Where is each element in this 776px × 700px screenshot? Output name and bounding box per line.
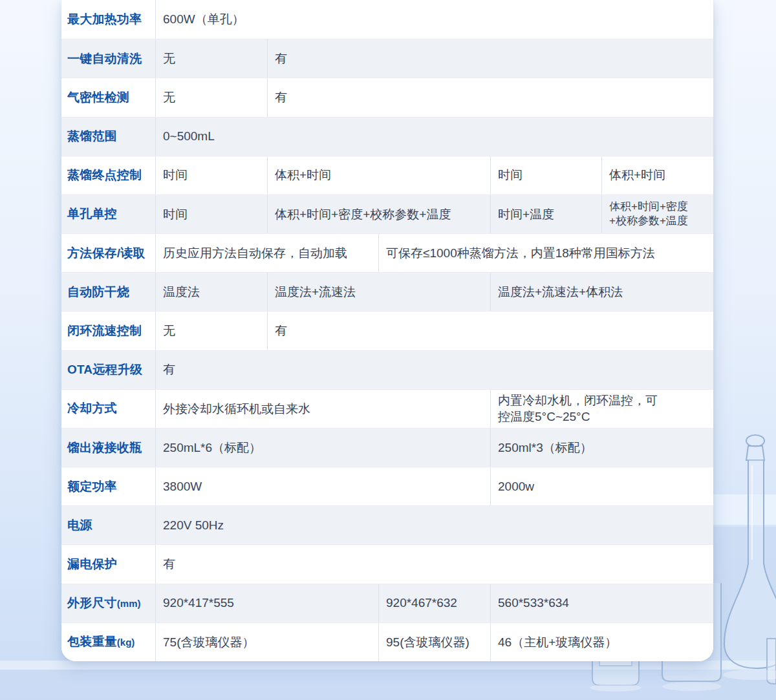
spec-value: 温度法+流速法+体积法 xyxy=(490,273,713,311)
spec-value: 95(含玻璃仪器) xyxy=(378,623,490,661)
row-label: 包装重量(kg) xyxy=(61,623,155,661)
spec-value: 体积+时间 xyxy=(267,156,490,195)
spec-value: 0~500mL xyxy=(155,118,713,156)
spec-value: 有 xyxy=(155,545,713,583)
row-label: 一键自动清洗 xyxy=(61,39,155,78)
row-label: 额定功率 xyxy=(61,467,155,505)
spec-value: 无 xyxy=(155,39,267,78)
table-row: 方法保存/读取 历史应用方法自动保存，自动加载可保存≤1000种蒸馏方法，内置1… xyxy=(61,233,713,272)
spec-value: 温度法 xyxy=(155,273,267,311)
table-row: OTA远程升级 有 xyxy=(61,350,713,389)
table-row: 额定功率 3800W2000w xyxy=(61,467,713,505)
spec-value: 无 xyxy=(155,312,267,350)
table-row: 外形尺寸(mm) 920*417*555920*467*632560*533*6… xyxy=(61,584,713,622)
spec-table: 最大加热功率 600W（单孔） 一键自动清洗 无有 气密性检测 无有 蒸馏范围 … xyxy=(61,0,713,661)
spec-value: 可保存≤1000种蒸馏方法，内置18种常用国标方法 xyxy=(378,234,713,272)
row-label: 漏电保护 xyxy=(61,545,155,583)
table-row: 气密性检测 无有 xyxy=(61,78,713,116)
table-row: 闭环流速控制 无有 xyxy=(61,311,713,350)
reflection xyxy=(662,682,722,691)
row-label: 自动防干烧 xyxy=(61,273,155,311)
spec-value: 时间+温度 xyxy=(490,195,601,233)
table-row: 冷却方式 外接冷却水循环机或自来水内置冷却水机，闭环温控，可 控温度5°C~25… xyxy=(61,389,713,428)
table-row: 漏电保护 有 xyxy=(61,544,713,583)
spec-value: 体积+时间 xyxy=(601,156,713,195)
row-label: 单孔单控 xyxy=(61,195,155,233)
spec-value: 有 xyxy=(267,39,713,78)
spec-value: 220V 50Hz xyxy=(155,506,713,544)
row-label: 外形尺寸(mm) xyxy=(61,584,155,622)
row-label-suffix: (kg) xyxy=(117,637,135,648)
spec-value: 内置冷却水机，闭环温控，可 控温度5°C~25°C xyxy=(490,390,713,428)
table-row: 单孔单控 时间体积+时间+密度+校称参数+温度时间+温度体积+时间+密度 +校称… xyxy=(61,195,713,233)
table-row: 蒸馏范围 0~500mL xyxy=(61,117,713,156)
spec-value: 无 xyxy=(155,78,267,116)
row-label: 最大加热功率 xyxy=(61,0,155,39)
spec-value: 时间 xyxy=(490,156,601,195)
spec-value: 2000w xyxy=(490,467,713,505)
spec-value: 历史应用方法自动保存，自动加载 xyxy=(155,234,378,272)
spec-value: 250mL*6（标配） xyxy=(155,429,490,467)
table-row: 蒸馏终点控制 时间体积+时间时间体积+时间 xyxy=(61,156,713,195)
spec-value: 920*417*555 xyxy=(155,584,378,622)
table-row: 电源 220V 50Hz xyxy=(61,505,713,544)
reflection xyxy=(590,684,641,692)
spec-value: 体积+时间+密度 +校称参数+温度 xyxy=(601,195,713,233)
spec-value: 920*467*632 xyxy=(378,584,490,622)
row-label: OTA远程升级 xyxy=(61,351,155,389)
spec-value: 外接冷却水循环机或自来水 xyxy=(155,390,490,428)
spec-value: 温度法+流速法 xyxy=(267,273,490,311)
spec-value: 有 xyxy=(267,78,713,116)
row-label: 方法保存/读取 xyxy=(61,234,155,272)
spec-value: 250ml*3（标配） xyxy=(490,429,713,467)
table-row: 自动防干烧 温度法温度法+流速法温度法+流速法+体积法 xyxy=(61,272,713,311)
table-row: 最大加热功率 600W（单孔） xyxy=(61,0,713,39)
row-label: 气密性检测 xyxy=(61,78,155,116)
row-label: 蒸馏范围 xyxy=(61,118,155,156)
spec-value: 有 xyxy=(155,351,713,389)
row-label: 电源 xyxy=(61,506,155,544)
spec-value: 600W（单孔） xyxy=(155,0,713,39)
spec-value: 75(含玻璃仪器） xyxy=(155,623,378,661)
table-row: 包装重量(kg) 75(含玻璃仪器）95(含玻璃仪器)46（主机+玻璃仪器） xyxy=(61,622,713,661)
row-label: 馏出液接收瓶 xyxy=(61,429,155,467)
row-label: 冷却方式 xyxy=(61,390,155,428)
table-row: 馏出液接收瓶 250mL*6（标配）250ml*3（标配） xyxy=(61,428,713,467)
spec-value: 46（主机+玻璃仪器） xyxy=(490,623,713,661)
row-label-suffix: (mm) xyxy=(117,598,141,609)
spec-value: 时间 xyxy=(155,156,267,195)
row-label: 蒸馏终点控制 xyxy=(61,156,155,195)
table-row: 一键自动清洗 无有 xyxy=(61,39,713,78)
spec-value: 时间 xyxy=(155,195,267,233)
spec-value: 3800W xyxy=(155,467,490,505)
spec-value: 有 xyxy=(267,312,713,350)
bottom-surface-highlight xyxy=(0,661,776,670)
row-label: 闭环流速控制 xyxy=(61,312,155,350)
spec-value: 560*533*634 xyxy=(490,584,713,622)
spec-value: 体积+时间+密度+校称参数+温度 xyxy=(267,195,490,233)
